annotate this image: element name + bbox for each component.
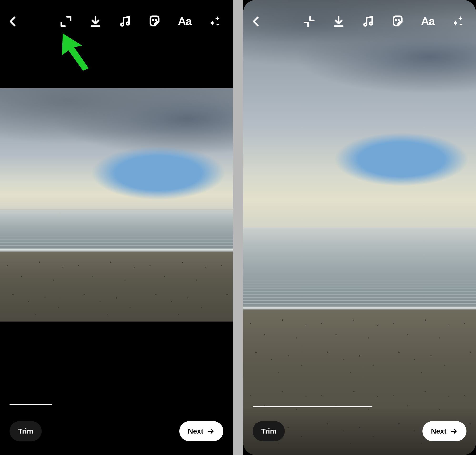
- chevron-left-icon: [7, 15, 19, 28]
- svg-point-10: [364, 23, 366, 26]
- beach-video-frame: [243, 0, 476, 455]
- media-preview[interactable]: [243, 0, 476, 455]
- story-editor-fullbleed: Aa Trim Next: [243, 0, 476, 455]
- sticker-icon: [148, 15, 161, 28]
- chevron-left-icon: [250, 15, 262, 28]
- svg-point-3: [127, 22, 129, 25]
- arrow-right-icon: [207, 427, 215, 435]
- next-button-label: Next: [188, 427, 203, 435]
- editor-topbar: Aa: [0, 0, 233, 43]
- sticker-button[interactable]: [391, 15, 404, 28]
- svg-point-11: [370, 22, 372, 25]
- text-icon: Aa: [421, 16, 435, 27]
- music-button[interactable]: [119, 15, 131, 28]
- music-button[interactable]: [362, 15, 374, 28]
- svg-point-4: [153, 20, 153, 20]
- effects-button[interactable]: [209, 15, 221, 28]
- crop-expand-button[interactable]: [60, 15, 72, 28]
- trim-button[interactable]: Trim: [9, 421, 42, 441]
- next-button-label: Next: [431, 427, 446, 435]
- media-preview[interactable]: [0, 88, 233, 322]
- trim-button-label: Trim: [18, 427, 33, 435]
- beach-video-frame: [0, 88, 233, 322]
- video-progress-bar[interactable]: [9, 404, 52, 405]
- sparkle-icon: [209, 15, 221, 28]
- expand-icon: [60, 15, 72, 28]
- sticker-icon: [391, 15, 404, 28]
- crop-collapse-button[interactable]: [303, 15, 315, 28]
- svg-point-13: [399, 20, 400, 20]
- editor-bottombar: Trim Next: [243, 407, 476, 455]
- back-button[interactable]: [0, 15, 26, 28]
- music-icon: [362, 15, 374, 28]
- text-icon: Aa: [178, 16, 191, 27]
- text-button[interactable]: Aa: [421, 16, 435, 27]
- next-button[interactable]: Next: [179, 421, 223, 441]
- download-icon: [333, 15, 345, 28]
- music-icon: [119, 15, 131, 28]
- sticker-button[interactable]: [148, 15, 161, 28]
- trim-button[interactable]: Trim: [253, 421, 285, 441]
- arrow-right-icon: [450, 427, 458, 435]
- trim-button-label: Trim: [261, 427, 276, 435]
- effects-button[interactable]: [452, 15, 464, 28]
- story-editor-letterboxed: Aa Trim Next: [0, 0, 233, 455]
- download-button[interactable]: [333, 15, 345, 28]
- collapse-icon: [303, 15, 315, 28]
- next-button[interactable]: Next: [422, 421, 467, 441]
- sparkle-icon: [452, 15, 464, 28]
- back-button[interactable]: [243, 15, 269, 28]
- download-button[interactable]: [89, 15, 102, 28]
- svg-point-12: [396, 20, 397, 20]
- editor-topbar: Aa: [243, 0, 476, 43]
- svg-point-2: [121, 23, 123, 26]
- text-button[interactable]: Aa: [178, 16, 191, 27]
- editor-bottombar: Trim Next: [0, 407, 233, 455]
- download-icon: [89, 15, 102, 28]
- svg-point-5: [156, 20, 156, 20]
